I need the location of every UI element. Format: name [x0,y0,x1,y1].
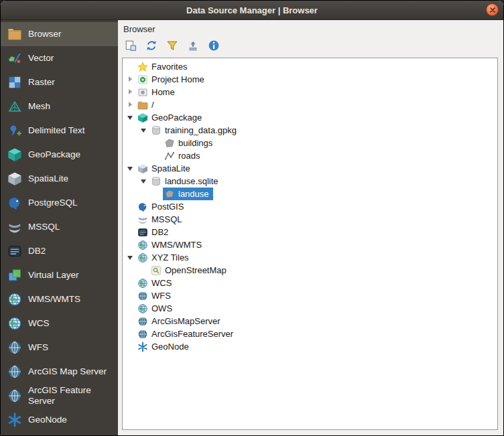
expander [126,227,136,237]
geopackage-icon [137,113,148,123]
database-file-icon [151,125,162,136]
sidebar-item-arcgis-map-server[interactable]: ArcGIS Map Server [1,360,118,384]
tree-item-geonode[interactable]: GeoNode [123,340,497,353]
filter-browser-button[interactable] [164,38,180,54]
tree-item-label: Project Home [151,74,204,84]
sidebar-item-mesh[interactable]: Mesh [1,94,118,119]
sidebar-item-geopackage[interactable]: GeoPackage [1,143,118,167]
sidebar-item-label: WCS [28,318,50,329]
collapse-all-icon [187,40,199,52]
tree-item-arcgis-map-server[interactable]: ArcGisMapServer [123,315,497,328]
tree-item-wfs[interactable]: WFS [123,289,497,302]
geonode-icon [137,342,148,352]
tree-item-favorites[interactable]: Favorites [123,60,497,73]
tree-item-label: training_data.gpkg [165,125,237,135]
openstreetmap-icon [151,265,162,276]
tree-item-roads[interactable]: roads [123,149,497,162]
sidebar-item-label: Mesh [28,101,50,112]
tree-item-geopackage[interactable]: GeoPackage [123,111,497,124]
tree-item-label: OWS [151,303,172,313]
mssql-icon [7,220,22,234]
sidebar-item-geonode[interactable]: GeoNode [1,408,118,432]
sidebar-item-postgresql[interactable]: PostgreSQL [1,191,118,215]
tree-item-ows[interactable]: OWS [123,302,497,315]
tree-item-landuse[interactable]: landuse [123,188,497,200]
tree-item-wcs[interactable]: WCS [123,277,497,289]
expander [126,202,136,212]
close-icon [489,7,496,13]
sidebar-item-raster[interactable]: Raster [1,70,118,94]
tree-item-arcgis-feature-server[interactable]: ArcGisFeatureServer [123,328,497,340]
data-source-manager-window: Data Source Manager | Browser Browser Ve… [0,0,504,436]
expander-expanded[interactable] [126,252,136,263]
tree-item-spatialite[interactable]: SpatiaLite [123,162,497,175]
sidebar-item-label: MSSQL [28,222,60,232]
tree-item-postgis[interactable]: PostGIS [123,200,497,213]
add-selected-layers-button[interactable] [123,38,139,54]
tree-item-db2[interactable]: DB2 [123,226,497,238]
tree-item-xyz-tiles[interactable]: XYZ Tiles [123,251,497,264]
tree-item-home[interactable]: Home [123,86,497,98]
browser-panel: Browser [118,20,503,435]
close-button[interactable] [486,3,499,16]
sidebar-item-mssql[interactable]: MSSQL [1,215,118,239]
line-layer-icon [164,151,175,161]
sidebar-item-label: Browser [28,29,62,40]
sidebar-item-wcs[interactable]: WCS [1,311,118,336]
tree-item-root-folder[interactable]: / [123,98,497,111]
tree-item-training-data-gpkg[interactable]: training_data.gpkg [123,124,497,137]
refresh-icon [145,40,158,52]
expander [126,62,136,72]
tree-item-mssql[interactable]: MSSQL [123,213,497,226]
db2-icon [7,244,22,259]
polygon-layer-icon [164,189,175,200]
xyz-tiles-globe-icon [137,252,148,263]
sidebar-item-virtual-layer[interactable]: Virtual Layer [1,263,118,287]
expander-collapsed[interactable] [126,100,136,110]
tree-item-buildings[interactable]: buildings [123,137,497,149]
sidebar-item-spatialite[interactable]: SpatiaLite [1,167,118,191]
sidebar-item-vector[interactable]: Vector [1,46,118,70]
mesh-layer-icon [7,99,22,114]
sidebar-item-db2[interactable]: DB2 [1,239,118,263]
sidebar-item-wfs[interactable]: WFS [1,336,118,360]
vector-layer-icon [7,51,22,66]
expander-expanded[interactable] [139,125,149,135]
sidebar-item-wms-wmts[interactable]: WMS/WMTS [1,287,118,311]
tree-item-label: WMS/WMTS [151,240,202,250]
tree-item-wms-wmts[interactable]: WMS/WMTS [123,238,497,251]
expander-expanded[interactable] [126,113,136,123]
tree-item-label: SpatiaLite [151,163,190,173]
wfs-globe-icon [137,291,148,301]
properties-button[interactable] [206,38,222,54]
arcgis-feature-server-icon [7,388,22,403]
tree-item-label: Home [151,87,175,97]
sidebar-item-delimited-text[interactable]: Delimited Text [1,119,118,143]
expander [126,303,136,313]
expander-expanded[interactable] [126,163,136,173]
expander-collapsed[interactable] [126,74,136,84]
refresh-button[interactable] [143,38,160,54]
arcgis-map-server-icon [7,364,22,379]
project-home-icon [137,74,148,85]
star-icon [137,62,148,72]
raster-layer-icon [7,75,22,90]
tree-item-landuse-sqlite[interactable]: landuse.sqlite [123,175,497,188]
sidebar-item-browser[interactable]: Browser [1,22,118,46]
collapse-all-button[interactable] [185,38,201,54]
tree-item-label: PostGIS [151,202,184,212]
db2-icon [137,227,148,238]
arcgis-feature-server-icon [137,329,148,340]
expander-expanded[interactable] [139,176,149,186]
sidebar-item-label: GeoPackage [28,149,80,160]
tree-item-project-home[interactable]: Project Home [123,73,497,86]
tree-item-label: MSSQL [151,214,182,224]
tree-item-label: ArcGisMapServer [151,316,220,326]
window-body: Browser Vector Raster Mesh Delimited Tex… [1,20,503,435]
expander [126,316,136,326]
spatialite-icon [137,163,148,174]
sidebar-item-arcgis-feature-server[interactable]: ArcGIS Feature Server [1,384,118,408]
expander-collapsed[interactable] [126,87,136,97]
postgis-icon [137,202,148,212]
tree-item-openstreetmap[interactable]: OpenStreetMap [123,264,497,277]
